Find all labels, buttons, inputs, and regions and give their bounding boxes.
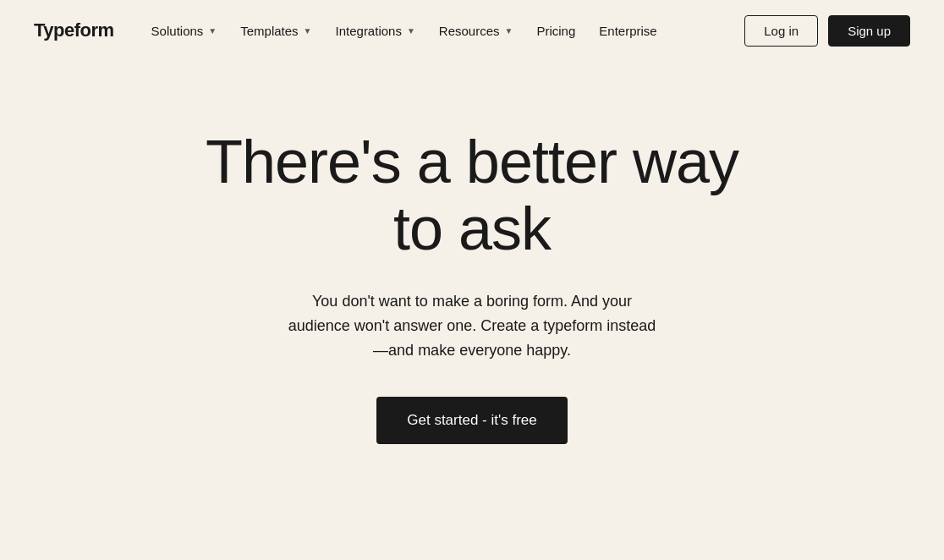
chevron-down-icon: ▼: [304, 26, 312, 36]
nav-item-enterprise: Enterprise: [589, 17, 667, 45]
logo[interactable]: Typeform: [34, 19, 114, 41]
chevron-down-icon: ▼: [208, 26, 217, 36]
hero-section: There's a better way to ask You don't wa…: [0, 61, 944, 495]
hero-title: There's a better way to ask: [206, 129, 738, 262]
templates-nav-button[interactable]: Templates ▼: [230, 17, 321, 45]
resources-nav-button[interactable]: Resources ▼: [429, 17, 524, 45]
solutions-nav-button[interactable]: Solutions ▼: [141, 17, 228, 45]
nav-left: Typeform Solutions ▼ Templates ▼ Integra…: [34, 17, 667, 45]
nav-right: Log in Sign up: [744, 15, 910, 47]
login-button[interactable]: Log in: [744, 15, 818, 47]
chevron-down-icon: ▼: [505, 26, 513, 36]
nav-links: Solutions ▼ Templates ▼ Integrations ▼ R…: [141, 17, 667, 45]
chevron-down-icon: ▼: [407, 26, 415, 36]
nav-item-integrations: Integrations ▼: [326, 17, 425, 45]
hero-subtitle: You don't want to make a boring form. An…: [286, 289, 658, 362]
get-started-button[interactable]: Get started - it's free: [376, 397, 567, 444]
signup-button[interactable]: Sign up: [828, 15, 910, 47]
integrations-nav-button[interactable]: Integrations ▼: [326, 17, 425, 45]
nav-item-resources: Resources ▼: [429, 17, 524, 45]
nav-item-pricing: Pricing: [526, 17, 585, 45]
nav-item-templates: Templates ▼: [230, 17, 321, 45]
main-nav: Typeform Solutions ▼ Templates ▼ Integra…: [0, 0, 944, 61]
enterprise-nav-link[interactable]: Enterprise: [589, 17, 667, 45]
nav-item-solutions: Solutions ▼: [141, 17, 228, 45]
pricing-nav-link[interactable]: Pricing: [526, 17, 585, 45]
